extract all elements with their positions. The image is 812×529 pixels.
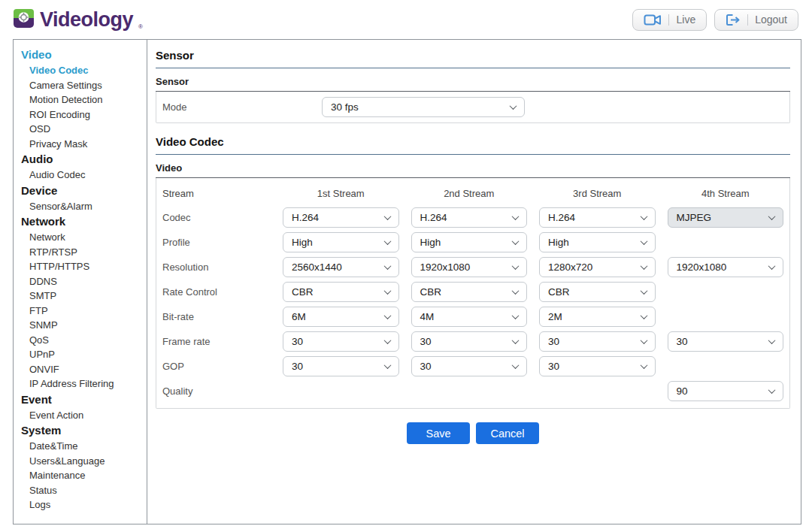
row-label-codec: Codec <box>162 212 271 223</box>
profile-select-stream-3[interactable]: High <box>539 232 656 252</box>
sidebar-item-privacy-mask[interactable]: Privacy Mask <box>21 137 147 152</box>
bit-rate-select-stream-3[interactable]: 2M <box>539 307 656 327</box>
row-label-resolution: Resolution <box>162 261 271 273</box>
app-frame: Video Video Codec Camera Settings Motion… <box>13 39 801 524</box>
row-label-bit-rate: Bit-rate <box>162 311 271 322</box>
chevron-down-icon <box>512 337 520 344</box>
codec-select-stream-4[interactable]: MJPEG <box>668 207 784 228</box>
chevron-down-icon <box>512 312 520 319</box>
live-button-label: Live <box>676 14 695 26</box>
sidebar-item-event-action[interactable]: Event Action <box>21 408 147 423</box>
sidebar-section-system[interactable]: System <box>21 422 147 439</box>
frame-rate-select-stream-3[interactable]: 30 <box>539 331 656 352</box>
frame-rate-value-stream-4: 30 <box>677 336 688 347</box>
chevron-down-icon <box>768 337 776 344</box>
sidebar-item-maintenance[interactable]: Maintenance <box>21 468 147 483</box>
sidebar-item-video-codec[interactable]: Video Codec <box>21 63 147 78</box>
sidebar-item-logs[interactable]: Logs <box>21 497 147 512</box>
empty-cell <box>668 304 784 329</box>
sidebar-item-camera-settings[interactable]: Camera Settings <box>21 78 147 93</box>
sidebar-item-network[interactable]: Network <box>21 230 147 245</box>
sensor-subheading: Sensor <box>156 76 790 92</box>
frame-rate-value-stream-2: 30 <box>420 336 432 347</box>
empty-cell <box>539 379 656 404</box>
sidebar-item-ddns[interactable]: DDNS <box>21 274 147 289</box>
sidebar-item-sensor-alarm[interactable]: Sensor&Alarm <box>21 199 147 214</box>
brand-name: Videology <box>40 8 133 31</box>
codec-select-stream-1[interactable]: H.264 <box>283 207 399 228</box>
sidebar-item-osd[interactable]: OSD <box>21 122 147 137</box>
chevron-down-icon <box>512 361 520 369</box>
chevron-down-icon <box>512 237 520 245</box>
sidebar-item-qos[interactable]: QoS <box>21 333 147 348</box>
codec-select-stream-2[interactable]: H.264 <box>411 207 528 228</box>
chevron-down-icon <box>512 262 520 270</box>
gop-select-stream-1[interactable]: 30 <box>283 356 399 376</box>
video-camera-icon <box>644 14 662 26</box>
sidebar-item-rtp-rtsp[interactable]: RTP/RTSP <box>21 245 147 260</box>
gop-select-stream-2[interactable]: 30 <box>411 356 528 376</box>
chevron-down-icon <box>383 213 391 220</box>
profile-value-stream-3: High <box>548 237 569 248</box>
resolution-select-stream-3[interactable]: 1280x720 <box>539 257 656 277</box>
frame-rate-value-stream-3: 30 <box>548 336 559 347</box>
sidebar-item-ip-address-filtering[interactable]: IP Address Filtering <box>21 376 147 391</box>
sidebar-item-roi-encoding[interactable]: ROI Encoding <box>21 107 147 122</box>
bit-rate-value-stream-2: 4M <box>420 311 435 322</box>
sidebar-item-upnp[interactable]: UPnP <box>21 347 147 362</box>
cancel-button[interactable]: Cancel <box>476 422 539 444</box>
quality-select-stream-4[interactable]: 90 <box>668 381 784 401</box>
sidebar-item-smtp[interactable]: SMTP <box>21 289 147 304</box>
sidebar-item-audio-codec[interactable]: Audio Codec <box>21 168 147 183</box>
gop-select-stream-3[interactable]: 30 <box>539 356 656 376</box>
sidebar-item-onvif[interactable]: ONVIF <box>21 362 147 377</box>
gop-value-stream-2: 30 <box>420 361 432 372</box>
sidebar-item-snmp[interactable]: SNMP <box>21 318 147 333</box>
resolution-value-stream-3: 1280x720 <box>548 261 592 273</box>
sensor-mode-select[interactable]: 30 fps <box>322 97 525 117</box>
sidebar-section-device[interactable]: Device <box>21 183 147 199</box>
sidebar-section-video[interactable]: Video <box>21 47 147 63</box>
sidebar-section-audio[interactable]: Audio <box>21 151 147 168</box>
profile-select-stream-2[interactable]: High <box>411 232 528 252</box>
chevron-down-icon <box>510 102 517 110</box>
frame-rate-select-stream-4[interactable]: 30 <box>668 331 784 352</box>
resolution-select-stream-1[interactable]: 2560x1440 <box>283 257 399 277</box>
bit-rate-value-stream-1: 6M <box>292 311 306 322</box>
resolution-value-stream-4: 1920x1080 <box>677 261 727 273</box>
frame-rate-select-stream-2[interactable]: 30 <box>411 331 528 352</box>
codec-value-stream-4: MJPEG <box>677 212 712 223</box>
sidebar-item-http-https[interactable]: HTTP/HTTPS <box>21 259 147 274</box>
empty-cell <box>668 354 784 379</box>
sidebar-item-users-language[interactable]: Users&Language <box>21 454 147 469</box>
sidebar-item-date-time[interactable]: Date&Time <box>21 439 147 454</box>
rate-control-select-stream-1[interactable]: CBR <box>283 282 399 302</box>
live-button[interactable]: Live <box>632 9 707 31</box>
resolution-select-stream-4[interactable]: 1920x1080 <box>668 257 784 277</box>
bit-rate-select-stream-1[interactable]: 6M <box>283 307 399 327</box>
chevron-down-icon <box>512 213 520 220</box>
chevron-down-icon <box>768 262 776 270</box>
codec-value-stream-1: H.264 <box>292 212 319 223</box>
rate-control-select-stream-2[interactable]: CBR <box>411 282 528 302</box>
bit-rate-select-stream-2[interactable]: 4M <box>411 307 528 327</box>
chevron-down-icon <box>640 337 647 344</box>
gop-value-stream-3: 30 <box>548 361 559 372</box>
quality-value-stream-4: 90 <box>677 385 688 397</box>
sidebar-item-status[interactable]: Status <box>21 483 147 498</box>
resolution-select-stream-2[interactable]: 1920x1080 <box>411 257 528 277</box>
codec-select-stream-3[interactable]: H.264 <box>539 207 656 228</box>
main-content: Sensor Sensor Mode 30 fps Video Codec Vi… <box>147 40 801 524</box>
sidebar-item-ftp[interactable]: FTP <box>21 304 147 319</box>
rate-control-select-stream-3[interactable]: CBR <box>539 282 656 302</box>
rate-control-value-stream-3: CBR <box>548 286 570 298</box>
sidebar-item-motion-detection[interactable]: Motion Detection <box>21 92 147 107</box>
logout-button[interactable]: Logout <box>714 9 798 31</box>
profile-select-stream-1[interactable]: High <box>283 232 399 252</box>
chevron-down-icon <box>640 237 647 245</box>
row-label-rate-control: Rate Control <box>162 286 271 298</box>
save-button[interactable]: Save <box>407 422 470 444</box>
sidebar-section-network[interactable]: Network <box>21 213 147 230</box>
sidebar-section-event[interactable]: Event <box>21 391 147 408</box>
frame-rate-select-stream-1[interactable]: 30 <box>283 331 399 352</box>
